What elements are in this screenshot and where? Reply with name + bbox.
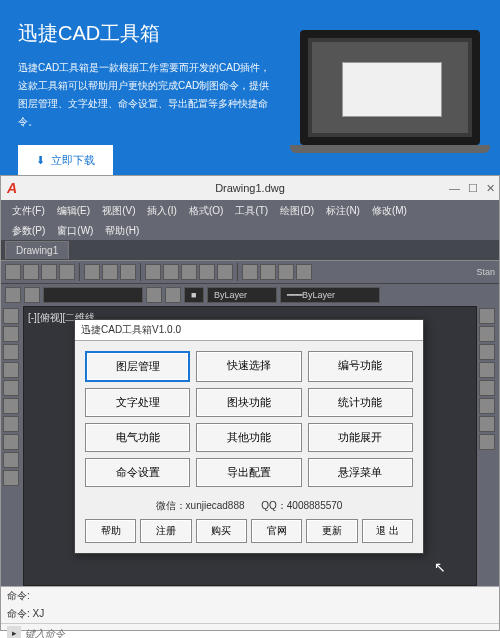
- modify-icon[interactable]: [479, 344, 495, 360]
- btn-buy[interactable]: 购买: [196, 519, 247, 543]
- toolbox-bottom-row: 帮助 注册 购买 官网 更新 退 出: [75, 519, 423, 553]
- menu-modify[interactable]: 修改(M): [367, 202, 412, 220]
- tool-icon[interactable]: [41, 264, 57, 280]
- toolbox-dialog: 迅捷CAD工具箱V1.0.0 图层管理 快速选择 编号功能 文字处理 图块功能 …: [74, 319, 424, 554]
- modify-icon[interactable]: [479, 398, 495, 414]
- draw-icon[interactable]: [3, 362, 19, 378]
- draw-icon[interactable]: [3, 380, 19, 396]
- menu-params[interactable]: 参数(P): [7, 223, 50, 239]
- tool-icon[interactable]: [120, 264, 136, 280]
- toolbox-title: 迅捷CAD工具箱V1.0.0: [75, 320, 423, 341]
- menubar-row1: 文件(F) 编辑(E) 视图(V) 插入(I) 格式(O) 工具(T) 绘图(D…: [1, 200, 499, 222]
- modify-icon[interactable]: [479, 380, 495, 396]
- menubar-row2: 参数(P) 窗口(W) 帮助(H): [1, 222, 499, 240]
- tab-drawing1[interactable]: Drawing1: [5, 241, 69, 259]
- minimize-icon[interactable]: —: [449, 182, 460, 195]
- menu-edit[interactable]: 编辑(E): [52, 202, 95, 220]
- toolbox-btn-layer[interactable]: 图层管理: [85, 351, 190, 382]
- btn-help[interactable]: 帮助: [85, 519, 136, 543]
- toolbar-main: Stan: [1, 260, 499, 284]
- modify-icon[interactable]: [479, 416, 495, 432]
- tool-icon[interactable]: [260, 264, 276, 280]
- btn-exit[interactable]: 退 出: [362, 519, 413, 543]
- toolbox-btn-expand[interactable]: 功能展开: [308, 423, 413, 452]
- toolbox-btn-float[interactable]: 悬浮菜单: [308, 458, 413, 487]
- toolbox-btn-stats[interactable]: 统计功能: [308, 388, 413, 417]
- tool-icon[interactable]: [242, 264, 258, 280]
- menu-tools[interactable]: 工具(T): [230, 202, 273, 220]
- menu-insert[interactable]: 插入(I): [142, 202, 181, 220]
- canvas-area: [-][俯视][二维线 迅捷CAD工具箱V1.0.0 图层管理 快速选择 编号功…: [1, 306, 499, 586]
- modify-icon[interactable]: [479, 362, 495, 378]
- toolbox-btn-cmdset[interactable]: 命令设置: [85, 458, 190, 487]
- cursor-icon: ↖: [434, 559, 446, 575]
- btn-website[interactable]: 官网: [251, 519, 302, 543]
- tool-icon[interactable]: [24, 287, 40, 303]
- tool-icon[interactable]: [165, 287, 181, 303]
- tool-icon[interactable]: [59, 264, 75, 280]
- tool-icon[interactable]: [84, 264, 100, 280]
- menu-format[interactable]: 格式(O): [184, 202, 228, 220]
- btn-update[interactable]: 更新: [306, 519, 357, 543]
- menu-window[interactable]: 窗口(W): [52, 223, 98, 239]
- tool-icon[interactable]: [23, 264, 39, 280]
- draw-icon[interactable]: [3, 344, 19, 360]
- toolbox-contact: 微信：xunjiecad888 QQ：4008885570: [75, 497, 423, 519]
- download-icon: ⬇: [36, 154, 45, 167]
- toolbox-btn-block[interactable]: 图块功能: [196, 388, 301, 417]
- menu-dimension[interactable]: 标注(N): [321, 202, 365, 220]
- color-field[interactable]: ■: [184, 287, 204, 303]
- close-icon[interactable]: ✕: [486, 182, 495, 195]
- maximize-icon[interactable]: ☐: [468, 182, 478, 195]
- window-titlebar: A Drawing1.dwg — ☐ ✕: [1, 176, 499, 200]
- toolbox-btn-electric[interactable]: 电气功能: [85, 423, 190, 452]
- menu-view[interactable]: 视图(V): [97, 202, 140, 220]
- menu-help[interactable]: 帮助(H): [100, 223, 144, 239]
- draw-icon[interactable]: [3, 416, 19, 432]
- toolbar-layers: ■ ByLayer ━━━ ByLayer: [1, 284, 499, 306]
- tool-icon[interactable]: [102, 264, 118, 280]
- laptop-mockup: [290, 30, 490, 160]
- draw-icon[interactable]: [3, 434, 19, 450]
- side-label: Stan: [476, 267, 495, 277]
- drawing-canvas[interactable]: [-][俯视][二维线 迅捷CAD工具箱V1.0.0 图层管理 快速选择 编号功…: [23, 306, 477, 586]
- tool-icon[interactable]: [296, 264, 312, 280]
- draw-icon[interactable]: [3, 470, 19, 486]
- toolbox-btn-select[interactable]: 快速选择: [196, 351, 301, 382]
- linetype-field[interactable]: ByLayer: [207, 287, 277, 303]
- btn-register[interactable]: 注册: [140, 519, 191, 543]
- document-tabs: Drawing1: [1, 240, 499, 260]
- window-title: Drawing1.dwg: [215, 182, 285, 194]
- tool-icon[interactable]: [278, 264, 294, 280]
- draw-icon[interactable]: [3, 326, 19, 342]
- modify-icon[interactable]: [479, 326, 495, 342]
- tool-icon[interactable]: [146, 287, 162, 303]
- modify-icon[interactable]: [479, 434, 495, 450]
- draw-icon[interactable]: [3, 308, 19, 324]
- modify-icon[interactable]: [479, 308, 495, 324]
- command-input[interactable]: [25, 628, 493, 639]
- tool-icon[interactable]: [145, 264, 161, 280]
- toolbox-btn-text[interactable]: 文字处理: [85, 388, 190, 417]
- cmd-line: 命令:: [1, 587, 499, 605]
- download-label: 立即下载: [51, 153, 95, 168]
- toolbar-right: [477, 306, 499, 586]
- tool-icon[interactable]: [163, 264, 179, 280]
- tool-icon[interactable]: [199, 264, 215, 280]
- toolbox-btn-export[interactable]: 导出配置: [196, 458, 301, 487]
- tool-icon[interactable]: [5, 287, 21, 303]
- tool-icon[interactable]: [5, 264, 21, 280]
- menu-draw[interactable]: 绘图(D): [275, 202, 319, 220]
- cmd-prompt-icon: ▸: [7, 626, 21, 638]
- toolbox-btn-number[interactable]: 编号功能: [308, 351, 413, 382]
- draw-icon[interactable]: [3, 398, 19, 414]
- download-button[interactable]: ⬇ 立即下载: [18, 145, 113, 175]
- tool-icon[interactable]: [217, 264, 233, 280]
- tool-icon[interactable]: [181, 264, 197, 280]
- layer-dropdown[interactable]: [43, 287, 143, 303]
- draw-icon[interactable]: [3, 452, 19, 468]
- menu-file[interactable]: 文件(F): [7, 202, 50, 220]
- command-bar: 命令: 命令: XJ ▸: [1, 586, 499, 630]
- toolbox-btn-other[interactable]: 其他功能: [196, 423, 301, 452]
- lineweight-field[interactable]: ━━━ ByLayer: [280, 287, 380, 303]
